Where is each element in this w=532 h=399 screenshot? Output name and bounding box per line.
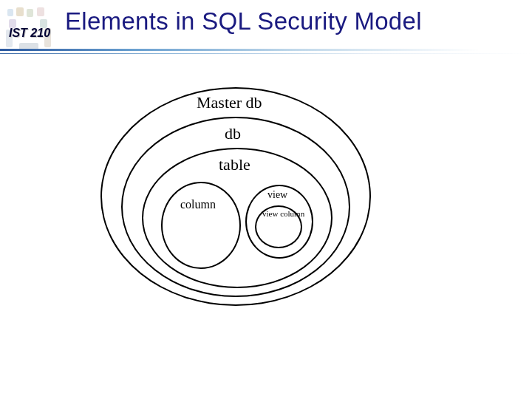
diagram: Master db db table column view view colu… [0,0,532,399]
slide-title: Elements in SQL Security Model [65,7,422,35]
label-view: view [267,189,287,201]
ellipse-view-column [255,205,302,248]
slide: IST 210 Elements in SQL Security Model M… [0,0,532,399]
label-view-column: view column [262,210,292,219]
label-master-db: Master db [197,93,262,112]
label-db: db [225,124,241,143]
label-table: table [219,155,250,174]
ellipse-column [161,182,241,269]
course-code: IST 210 [9,27,50,40]
slide-header: IST 210 Elements in SQL Security Model [0,0,532,58]
ellipse-master-db [100,87,371,306]
title-underline [0,49,532,58]
ellipse-db [121,117,350,297]
label-column: column [180,198,216,211]
ellipse-view [245,185,313,259]
ellipse-table [142,148,332,288]
